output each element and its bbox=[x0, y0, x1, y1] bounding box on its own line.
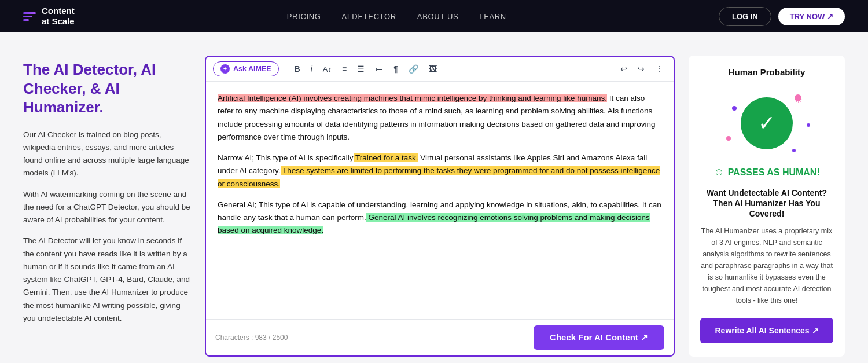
editor-paragraph1: Artificial Intelligence (AI) involves cr… bbox=[218, 92, 662, 144]
toolbar-more[interactable]: ⋮ bbox=[652, 62, 667, 76]
ask-aimee-button[interactable]: ✦ Ask AIMEE bbox=[213, 61, 279, 76]
toolbar-image[interactable]: 🖼 bbox=[425, 62, 440, 76]
main-content: The AI Detector, AI Checker, & AI Humani… bbox=[0, 32, 868, 363]
toolbar-align-center[interactable]: ☰ bbox=[354, 62, 368, 76]
toolbar-bold[interactable]: B bbox=[291, 62, 304, 76]
nav-pricing[interactable]: PRICING bbox=[287, 12, 321, 21]
logo-link[interactable]: Content at Scale bbox=[23, 6, 75, 27]
passes-text: PASSES AS HUMAN! bbox=[728, 167, 820, 178]
highlight-orange-1: Trained for a task. bbox=[354, 153, 418, 162]
try-now-button[interactable]: TRY NOW ↗ bbox=[778, 8, 845, 25]
aimee-icon: ✦ bbox=[220, 64, 230, 74]
decoration-dot2 bbox=[792, 149, 796, 152]
editor-panel: ✦ Ask AIMEE B i A↕ ≡ ☰ ≔ ¶ 🔗 🖼 ↩ ↪ ⋮ Art… bbox=[205, 56, 675, 357]
toolbar-redo[interactable]: ↪ bbox=[634, 62, 648, 76]
rewrite-all-button[interactable]: Rewrite All AI Sentences ↗ bbox=[700, 318, 833, 343]
nav-links: PRICING AI DETECTOR ABOUT US LEARN bbox=[98, 12, 696, 21]
toolbar-link[interactable]: 🔗 bbox=[405, 62, 422, 76]
toolbar-undo[interactable]: ↩ bbox=[617, 62, 631, 76]
right-panel: Human Probability ✳ ✓ ☺ PASSES AS HUMAN!… bbox=[689, 56, 845, 357]
nav-about-us[interactable]: ABOUT US bbox=[417, 12, 458, 21]
check-ai-button[interactable]: Check For AI Content ↗ bbox=[534, 325, 664, 350]
editor-toolbar: ✦ Ask AIMEE B i A↕ ≡ ☰ ≔ ¶ 🔗 🖼 ↩ ↪ ⋮ bbox=[206, 57, 674, 82]
toolbar-paragraph[interactable]: ¶ bbox=[390, 62, 402, 76]
char-count: Characters : 983 / 2500 bbox=[215, 333, 288, 342]
nav-learn[interactable]: LEARN bbox=[479, 12, 506, 21]
editor-p2-start: Narrow AI; This type of AI is specifical… bbox=[218, 153, 354, 162]
nav-actions: LOG IN TRY NOW ↗ bbox=[719, 7, 845, 26]
probability-checkmark: ✓ bbox=[741, 97, 793, 149]
toolbar-font-size[interactable]: A↕ bbox=[319, 63, 335, 76]
smiley-icon: ☺ bbox=[713, 166, 724, 178]
toolbar-italic[interactable]: i bbox=[307, 62, 316, 76]
toolbar-separator bbox=[285, 63, 285, 75]
editor-paragraph3: General AI; This type of AI is capable o… bbox=[218, 199, 662, 237]
logo-icon bbox=[23, 12, 36, 21]
decoration-dot4 bbox=[726, 136, 731, 141]
editor-content[interactable]: Artificial Intelligence (AI) involves cr… bbox=[206, 82, 674, 319]
passes-as-human-label: ☺ PASSES AS HUMAN! bbox=[713, 166, 820, 178]
right-description: The AI Humanizer uses a proprietary mix … bbox=[700, 225, 833, 306]
human-probability-title: Human Probability bbox=[729, 67, 806, 77]
page-title: The AI Detector, AI Checker, & AI Humani… bbox=[23, 60, 191, 117]
decoration-dot1 bbox=[732, 106, 737, 111]
toolbar-align-left[interactable]: ≡ bbox=[339, 62, 350, 76]
decoration-dot3 bbox=[807, 123, 810, 127]
navbar: Content at Scale PRICING AI DETECTOR ABO… bbox=[0, 0, 868, 32]
right-subtitle: Want Undetectable AI Content? Then AI Hu… bbox=[700, 188, 833, 219]
left-panel: The AI Detector, AI Checker, & AI Humani… bbox=[23, 56, 191, 357]
left-para2: With AI watermarking coming on the scene… bbox=[23, 188, 191, 227]
editor-paragraph2: Narrow AI; This type of AI is specifical… bbox=[218, 152, 662, 190]
probability-visual: ✳ ✓ bbox=[720, 89, 813, 158]
login-button[interactable]: LOG IN bbox=[719, 7, 771, 26]
highlight-orange-2: These systems are limited to performing … bbox=[218, 166, 660, 188]
logo-text: Content at Scale bbox=[42, 6, 75, 27]
decoration-star1: ✳ bbox=[795, 94, 801, 101]
editor-footer: Characters : 983 / 2500 Check For AI Con… bbox=[206, 319, 674, 355]
highlight-red-1: Artificial Intelligence (AI) involves cr… bbox=[218, 94, 607, 102]
left-para1: Our AI Checker is trained on blog posts,… bbox=[23, 129, 191, 180]
toolbar-list[interactable]: ≔ bbox=[372, 62, 387, 76]
left-para3: The AI Detector will let you know in sec… bbox=[23, 234, 191, 325]
nav-ai-detector[interactable]: AI DETECTOR bbox=[342, 12, 396, 21]
ask-aimee-label: Ask AIMEE bbox=[233, 65, 271, 73]
